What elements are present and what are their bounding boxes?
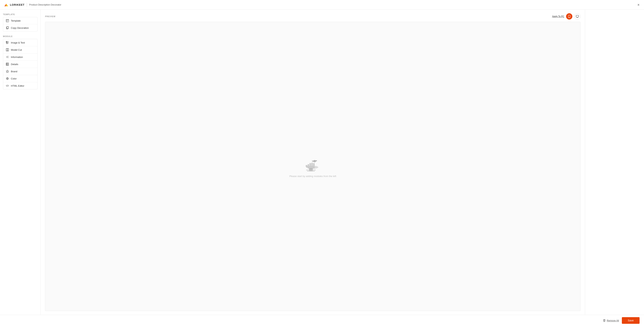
logo: LORIKEET xyxy=(4,2,24,7)
apply-to-pc-button[interactable]: Apply To PC xyxy=(552,15,564,18)
logo-icon xyxy=(4,2,9,7)
template-section-label: TEMPLATE xyxy=(3,13,38,15)
desktop-device-button[interactable] xyxy=(574,13,580,19)
empty-state-illustration xyxy=(304,155,322,172)
sidebar-item-details-label: Details xyxy=(11,63,18,66)
desktop-icon xyxy=(576,15,579,18)
footer: Remove All Save xyxy=(0,315,644,326)
svg-rect-39 xyxy=(308,166,314,168)
svg-rect-1 xyxy=(6,19,9,22)
main-content: TEMPLATE Template xyxy=(0,9,644,315)
svg-point-45 xyxy=(315,160,317,161)
sidebar-item-brand[interactable]: Brand xyxy=(3,68,37,75)
svg-rect-5 xyxy=(7,26,8,28)
header-title: Product Description Decorator xyxy=(29,3,61,6)
sidebar: TEMPLATE Template xyxy=(0,9,40,315)
module-group: Image & Text Model Cut xyxy=(3,39,38,89)
preview-empty-text: Please start by adding modules from the … xyxy=(289,175,336,177)
color-icon xyxy=(6,77,9,80)
close-button[interactable]: × xyxy=(636,2,640,7)
sidebar-item-color[interactable]: Color xyxy=(3,75,37,82)
sidebar-item-information[interactable]: Information xyxy=(3,53,37,61)
sidebar-item-image-text[interactable]: Image & Text xyxy=(3,39,37,46)
sidebar-item-html-editor-label: HTML Editor xyxy=(11,84,24,87)
remove-all-button[interactable]: Remove All xyxy=(603,319,619,322)
template-group: Template Copy Decoration xyxy=(3,17,38,31)
svg-rect-16 xyxy=(6,64,7,65)
sidebar-item-copy-decoration[interactable]: Copy Decoration xyxy=(3,24,37,31)
sidebar-item-template-label: Template xyxy=(11,19,21,22)
save-button[interactable]: Save xyxy=(622,317,640,324)
sidebar-item-model-cut-label: Model Cut xyxy=(11,48,22,51)
svg-point-23 xyxy=(7,78,8,79)
html-editor-icon xyxy=(6,84,9,87)
sidebar-item-html-editor[interactable]: HTML Editor xyxy=(3,82,37,89)
copy-decoration-icon xyxy=(6,26,9,29)
preview-controls: Apply To PC xyxy=(552,13,580,19)
preview-header: PREVIEW Apply To PC xyxy=(45,13,580,19)
mobile-device-button[interactable] xyxy=(566,13,572,19)
sidebar-item-details[interactable]: Details xyxy=(3,61,37,68)
preview-label: PREVIEW xyxy=(45,15,56,17)
sidebar-item-model-cut[interactable]: Model Cut xyxy=(3,46,37,53)
trash-icon xyxy=(603,319,606,322)
svg-marker-21 xyxy=(6,70,9,73)
model-cut-icon xyxy=(6,48,9,51)
sidebar-item-image-text-label: Image & Text xyxy=(11,41,25,44)
module-section-label: MODULE xyxy=(3,35,38,37)
header-divider xyxy=(27,3,27,7)
header: LORIKEET Product Description Decorator × xyxy=(0,0,644,9)
brand-icon xyxy=(6,70,9,73)
mobile-icon xyxy=(568,15,571,18)
sidebar-item-template[interactable]: Template xyxy=(3,17,37,24)
information-icon xyxy=(6,55,9,59)
sidebar-item-copy-decoration-label: Copy Decoration xyxy=(11,26,29,29)
header-left: LORIKEET Product Description Decorator xyxy=(4,2,61,7)
sidebar-item-brand-label: Brand xyxy=(11,70,17,73)
svg-rect-41 xyxy=(309,168,313,171)
sidebar-item-color-label: Color xyxy=(11,77,16,80)
right-panel xyxy=(585,9,644,315)
image-text-icon xyxy=(6,41,9,44)
preview-canvas: Please start by adding modules from the … xyxy=(45,22,580,311)
svg-line-28 xyxy=(7,85,8,87)
details-icon xyxy=(6,62,9,66)
sidebar-item-information-label: Information xyxy=(11,56,23,58)
svg-rect-15 xyxy=(6,63,7,64)
svg-rect-31 xyxy=(576,15,579,17)
svg-point-46 xyxy=(316,161,316,161)
logo-text: LORIKEET xyxy=(10,3,24,6)
preview-area: PREVIEW Apply To PC xyxy=(40,9,585,315)
remove-all-label: Remove All xyxy=(607,319,619,322)
template-icon xyxy=(6,19,9,22)
